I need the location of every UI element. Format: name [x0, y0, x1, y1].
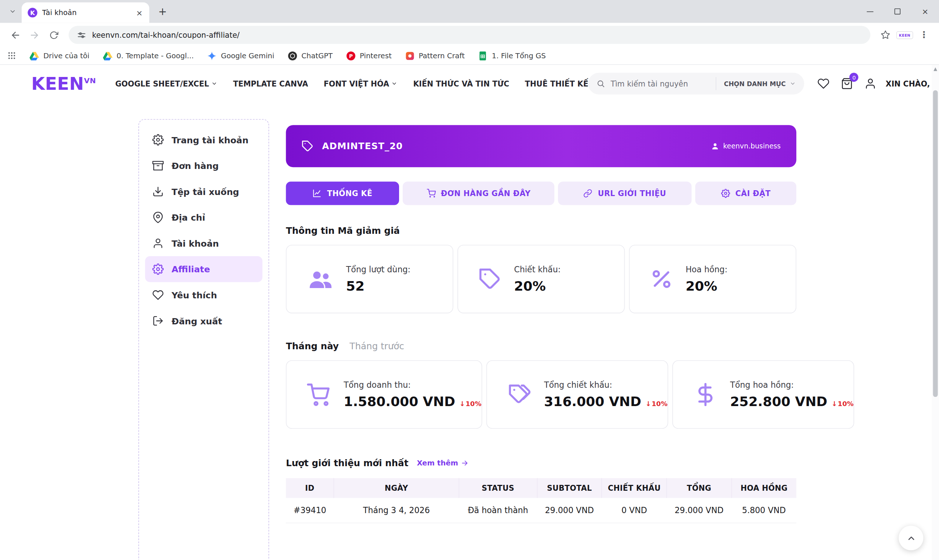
- greeting-text[interactable]: XIN CHÀO, KEENVN.BUSINESS: [886, 79, 939, 88]
- gear-icon: [721, 189, 730, 198]
- nav-item-thue-thiet-ke[interactable]: THUÊ THIẾT KẾ: [525, 79, 588, 88]
- sidebar-item-label: Tệp tải xuống: [172, 187, 239, 197]
- bookmark-star-icon[interactable]: [876, 26, 894, 44]
- archive-icon: [152, 160, 163, 172]
- browser-window: K Tài khoản × + × keenvn.com/tai-khoan/c…: [0, 0, 939, 560]
- card-label: Tổng hoa hồng:: [730, 380, 854, 389]
- page-scrollbar[interactable]: [932, 65, 939, 560]
- sidebar-item-affiliate[interactable]: Affiliate: [145, 256, 262, 282]
- nav-item-font-viet-hoa[interactable]: FONT VIỆT HÓA: [324, 79, 397, 88]
- site-settings-icon[interactable]: [77, 31, 86, 40]
- card-tong-hoa-hong: Tổng hoa hồng: 252.800 VND ↓10%: [672, 360, 854, 429]
- users-icon: [307, 266, 333, 292]
- pinterest-icon: P: [346, 51, 355, 60]
- window-controls: ×: [856, 0, 939, 23]
- sidebar-item-trang-tai-khoan[interactable]: Trang tài khoản: [145, 127, 262, 153]
- card-label: Hoa hồng:: [686, 265, 727, 274]
- bookmark-item[interactable]: Pattern Craft: [405, 51, 465, 60]
- card-hoa-hong: Hoa hồng: 20%: [629, 245, 796, 313]
- bookmark-item[interactable]: 0. Template - Googl...: [103, 51, 194, 60]
- bookmark-item[interactable]: ChatGPT: [288, 51, 333, 60]
- col-chiet-khau: CHIẾT KHẤU: [602, 478, 667, 498]
- scrollbar-up-arrow-icon[interactable]: [933, 68, 937, 71]
- sidebar-item-yeu-thich[interactable]: Yêu thích: [145, 282, 262, 308]
- user-icon[interactable]: [865, 78, 877, 90]
- card-value: 316.000 VND ↓10%: [544, 394, 668, 409]
- search-icon: [597, 80, 605, 88]
- url-bar[interactable]: keenvn.com/tai-khoan/coupon-affiliate/: [69, 26, 870, 44]
- tab-thong-ke[interactable]: THỐNG KÊ: [286, 182, 399, 205]
- extension-keen-icon[interactable]: KEEN: [896, 26, 914, 44]
- scroll-to-top-button[interactable]: [899, 526, 923, 550]
- maximize-button[interactable]: [883, 0, 911, 23]
- period-tab-thang-nay[interactable]: Tháng này: [286, 341, 339, 352]
- bookmark-item[interactable]: 1. File Tổng GS: [478, 51, 546, 60]
- minimize-button[interactable]: [856, 0, 883, 23]
- tab-cai-dat[interactable]: CÀI ĐẶT: [695, 182, 796, 205]
- bookmark-item[interactable]: Google Gemini: [207, 51, 274, 60]
- cell-subtotal: 29.000 VND: [537, 498, 602, 523]
- see-more-link[interactable]: Xem thêm: [417, 459, 469, 467]
- referrals-header: Lượt giới thiệu mới nhất Xem thêm: [286, 458, 796, 469]
- main-nav: GOOGLE SHEET/EXCEL TEMPLATE CANVA FONT V…: [115, 79, 588, 88]
- logout-icon: [152, 315, 163, 326]
- toolbar: keenvn.com/tai-khoan/coupon-affiliate/ K…: [0, 23, 939, 47]
- period-tab-thang-truoc[interactable]: Tháng trước: [350, 341, 404, 352]
- bookmark-item[interactable]: Drive của tôi: [29, 51, 89, 60]
- chevron-up-icon: [907, 533, 916, 543]
- nav-item-google-sheet[interactable]: GOOGLE SHEET/EXCEL: [115, 79, 217, 88]
- sidebar-item-tai-khoan[interactable]: Tài khoản: [145, 231, 262, 257]
- nav-item-template-canva[interactable]: TEMPLATE CANVA: [233, 79, 308, 88]
- chatgpt-icon: [288, 51, 297, 60]
- site-search: CHỌN DANH MỤC: [588, 73, 804, 95]
- tab-don-hang-gan-day[interactable]: ĐƠN HÀNG GẦN ĐÂY: [403, 182, 555, 205]
- card-label: Tổng doanh thu:: [344, 380, 481, 389]
- new-tab-button[interactable]: +: [154, 3, 171, 20]
- bookmark-label: Drive của tôi: [43, 51, 89, 60]
- down-arrow-icon: ↓: [831, 400, 837, 408]
- tab-title: Tài khoản: [42, 8, 130, 17]
- svg-text:P: P: [349, 53, 353, 58]
- keen-logo[interactable]: KEENVN: [31, 73, 96, 94]
- sidebar-item-dia-chi[interactable]: Địa chỉ: [145, 205, 262, 231]
- tab-url-gioi-thieu[interactable]: URL GIỚI THIỆU: [558, 182, 691, 205]
- apps-grid-icon[interactable]: [7, 51, 17, 60]
- card-label: Tổng chiết khấu:: [544, 380, 668, 389]
- cart-icon[interactable]: 0: [841, 78, 853, 90]
- card-value: 20%: [514, 278, 560, 294]
- page-content: Trang tài khoản Đơn hàng Tệp tải xuống Đ…: [0, 102, 939, 560]
- forward-icon[interactable]: [25, 26, 43, 44]
- sidebar-item-don-hang[interactable]: Đơn hàng: [145, 153, 262, 179]
- chevron-down-icon: [392, 81, 397, 86]
- person-icon: [711, 142, 720, 150]
- heart-icon: [152, 289, 163, 300]
- close-window-button[interactable]: ×: [911, 0, 939, 23]
- back-icon[interactable]: [6, 26, 24, 44]
- gear-icon: [152, 263, 163, 275]
- account-sidebar: Trang tài khoản Đơn hàng Tệp tải xuống Đ…: [138, 119, 269, 560]
- bookmark-item[interactable]: P Pinterest: [346, 51, 392, 60]
- sidebar-item-tep-tai-xuong[interactable]: Tệp tải xuống: [145, 178, 262, 205]
- search-input[interactable]: [611, 79, 710, 88]
- refresh-icon[interactable]: [45, 26, 62, 44]
- col-id: ID: [286, 478, 334, 498]
- wishlist-heart-icon[interactable]: [817, 78, 830, 90]
- tab-close-icon[interactable]: ×: [134, 8, 145, 18]
- table-row: #39410 Tháng 3 4, 2026 Đã hoàn thành 29.…: [286, 498, 796, 523]
- site-header: KEENVN GOOGLE SHEET/EXCEL TEMPLATE CANVA…: [0, 65, 939, 102]
- coupon-info-cards: Tổng lượt dùng: 52 Chiết khấu: 20%: [286, 245, 796, 313]
- scrollbar-thumb[interactable]: [933, 90, 938, 397]
- nav-item-kien-thuc[interactable]: KIẾN THỨC VÀ TIN TỨC: [413, 79, 509, 88]
- browser-tab[interactable]: K Tài khoản ×: [22, 3, 149, 23]
- sidebar-item-dang-xuat[interactable]: Đăng xuất: [145, 308, 262, 334]
- sheets-icon: [478, 51, 487, 60]
- tab-search-chevron-icon[interactable]: [5, 4, 20, 19]
- sidebar-item-label: Affiliate: [172, 264, 210, 274]
- coupon-banner: ADMINTEST_20 keenvn.business: [286, 125, 796, 167]
- cart-icon: [427, 189, 436, 198]
- tags-icon: [507, 383, 532, 407]
- bookmark-label: Google Gemini: [221, 51, 274, 60]
- category-select[interactable]: CHỌN DANH MỤC: [715, 77, 796, 90]
- card-tong-doanh-thu: Tổng doanh thu: 1.580.000 VND ↓10%: [286, 360, 482, 429]
- browser-menu-icon[interactable]: ⋮: [915, 26, 933, 44]
